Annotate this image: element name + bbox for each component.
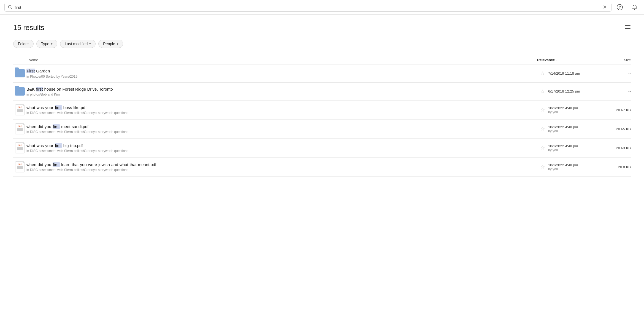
name-text: B&K bbox=[26, 87, 36, 91]
highlight-text: first bbox=[55, 143, 62, 148]
result-icon: PDF bbox=[13, 104, 26, 115]
result-path: in DISC assessment with Sierra collins/G… bbox=[26, 149, 533, 153]
result-meta: 6/17/2018 12:25 pm bbox=[548, 89, 603, 93]
result-date: 10/1/2022 4:48 pm bbox=[548, 144, 603, 148]
result-name: what-was-your-first-big-trip.pdf bbox=[26, 143, 533, 148]
result-icon bbox=[13, 69, 26, 77]
result-size: 20.63 KB bbox=[603, 146, 631, 150]
pdf-label: PDF bbox=[18, 125, 22, 127]
table-row[interactable]: PDF what-was-your-first-boss-like.pdf in… bbox=[13, 101, 631, 120]
list-view-button[interactable] bbox=[625, 24, 631, 31]
table-row[interactable]: PDF what-was-your-first-big-trip.pdf in … bbox=[13, 139, 631, 158]
result-info: when-did-you-first-learn-that-you-were-j… bbox=[26, 162, 537, 172]
result-star[interactable]: ☆ bbox=[537, 107, 548, 113]
result-by: by you bbox=[548, 148, 603, 152]
result-star[interactable]: ☆ bbox=[537, 126, 548, 132]
name-text: what-was-your- bbox=[26, 105, 55, 110]
result-meta: 10/1/2022 4:48 pm by you bbox=[548, 125, 603, 133]
result-name: what-was-your-first-boss-like.pdf bbox=[26, 105, 533, 110]
table-row[interactable]: PDF when-did-you-first-meet-sandi.pdf in… bbox=[13, 120, 631, 139]
result-meta: 10/1/2022 4:48 pm by you bbox=[548, 163, 603, 171]
pdf-lines bbox=[17, 147, 23, 150]
highlight-text: First bbox=[26, 69, 35, 73]
pdf-icon: PDF bbox=[15, 161, 25, 172]
result-path: in DISC assessment with Sierra collins/G… bbox=[26, 130, 533, 134]
search-icon bbox=[8, 5, 12, 9]
search-container: ✕ bbox=[4, 3, 611, 12]
results-count: 15 results bbox=[13, 23, 44, 32]
filter-folder[interactable]: Folder bbox=[13, 40, 34, 48]
result-date: 10/1/2022 4:48 pm bbox=[548, 106, 603, 110]
result-star[interactable]: ☆ bbox=[537, 164, 548, 170]
result-by: by you bbox=[548, 167, 603, 171]
result-size: 20.8 KB bbox=[603, 165, 631, 169]
name-text: what-was-your- bbox=[26, 143, 55, 148]
name-text: house on Forest Ridge Drive, Toronto bbox=[43, 87, 113, 91]
name-text: when-did-you- bbox=[26, 162, 53, 167]
result-info: when-did-you-first-meet-sandi.pdf in DIS… bbox=[26, 124, 537, 134]
name-text: -boss-like.pdf bbox=[62, 105, 86, 110]
result-icon: PDF bbox=[13, 142, 26, 153]
col-relevance-header[interactable]: Relevance ↓ bbox=[537, 58, 603, 62]
name-text: -meet-sandi.pdf bbox=[60, 124, 88, 129]
clear-button[interactable]: ✕ bbox=[602, 5, 608, 10]
name-text: -big-trip.pdf bbox=[62, 143, 83, 148]
pdf-label: PDF bbox=[18, 144, 22, 146]
filter-last-modified[interactable]: Last modified ▾ bbox=[60, 40, 96, 48]
filter-people-label: People bbox=[103, 42, 115, 46]
result-path: in DISC assessment with Sierra collins/G… bbox=[26, 111, 533, 115]
col-size-header: Size bbox=[603, 58, 631, 62]
table-row[interactable]: PDF when-did-you-first-learn-that-you-we… bbox=[13, 158, 631, 177]
filter-last-modified-label: Last modified bbox=[65, 42, 88, 46]
pdf-label: PDF bbox=[18, 106, 22, 108]
result-path: in photos/Bob and Kim bbox=[26, 93, 533, 96]
result-icon: PDF bbox=[13, 123, 26, 134]
filter-people[interactable]: People ▾ bbox=[98, 40, 123, 48]
result-star[interactable]: ☆ bbox=[537, 70, 548, 76]
result-icon bbox=[13, 87, 26, 96]
table-header: Name Relevance ↓ Size bbox=[13, 56, 631, 64]
svg-text:?: ? bbox=[619, 5, 621, 9]
result-date: 7/14/2019 11:18 am bbox=[548, 71, 603, 75]
list-view-icon bbox=[625, 24, 631, 30]
result-by: by you bbox=[548, 129, 603, 133]
filter-type[interactable]: Type ▾ bbox=[36, 40, 57, 48]
result-name: when-did-you-first-meet-sandi.pdf bbox=[26, 124, 533, 129]
result-size: -- bbox=[603, 89, 631, 93]
result-meta: 7/14/2019 11:18 am bbox=[548, 71, 603, 75]
result-size: -- bbox=[603, 71, 631, 75]
name-text: when-did-you- bbox=[26, 124, 53, 129]
highlight-text: first bbox=[53, 124, 60, 129]
result-info: First Garden in Photos/00 Sorted by Year… bbox=[26, 68, 537, 78]
results-list: First Garden in Photos/00 Sorted by Year… bbox=[13, 64, 631, 177]
folder-icon bbox=[15, 87, 25, 96]
name-text: Garden bbox=[35, 69, 50, 73]
result-meta: 10/1/2022 4:48 pm by you bbox=[548, 106, 603, 114]
pdf-label: PDF bbox=[18, 163, 22, 165]
result-meta: 10/1/2022 4:48 pm by you bbox=[548, 144, 603, 152]
highlight-text: first bbox=[53, 162, 60, 167]
filters: Folder Type ▾ Last modified ▾ People ▾ bbox=[13, 40, 631, 48]
help-button[interactable]: ? bbox=[615, 2, 625, 12]
pdf-icon: PDF bbox=[15, 123, 25, 134]
pdf-lines bbox=[17, 166, 23, 169]
highlight-text: first bbox=[36, 87, 43, 91]
result-info: what-was-your-first-boss-like.pdf in DIS… bbox=[26, 105, 537, 115]
svg-line-1 bbox=[11, 8, 12, 9]
search-input[interactable] bbox=[15, 5, 599, 10]
result-path: in Photos/00 Sorted by Years/2019 bbox=[26, 75, 533, 78]
table-row[interactable]: First Garden in Photos/00 Sorted by Year… bbox=[13, 64, 631, 83]
result-name: First Garden bbox=[26, 68, 533, 74]
result-name: B&K first house on Forest Ridge Drive, T… bbox=[26, 86, 533, 92]
result-info: what-was-your-first-big-trip.pdf in DISC… bbox=[26, 143, 537, 153]
result-path: in DISC assessment with Sierra collins/G… bbox=[26, 168, 533, 172]
table-row[interactable]: B&K first house on Forest Ridge Drive, T… bbox=[13, 83, 631, 101]
result-star[interactable]: ☆ bbox=[537, 145, 548, 151]
pdf-icon: PDF bbox=[15, 142, 25, 153]
result-star[interactable]: ☆ bbox=[537, 88, 548, 94]
pdf-corner bbox=[22, 105, 24, 107]
filter-folder-label: Folder bbox=[18, 42, 29, 46]
relevance-label: Relevance bbox=[537, 58, 555, 62]
notifications-button[interactable] bbox=[630, 2, 640, 12]
pdf-corner bbox=[22, 124, 24, 126]
